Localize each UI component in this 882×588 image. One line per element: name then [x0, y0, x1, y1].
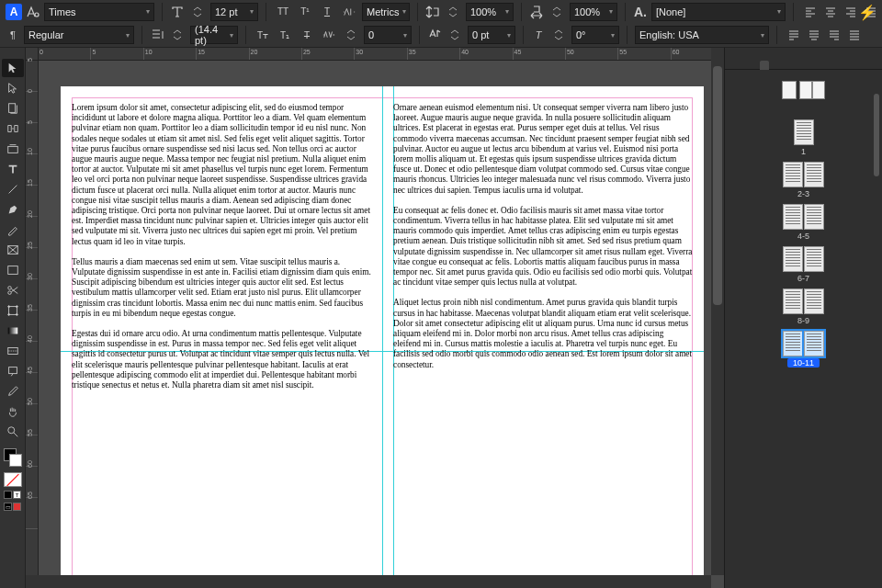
eyedropper-tool[interactable]	[2, 382, 24, 401]
zoom-tool[interactable]	[2, 423, 24, 441]
content-collector-tool[interactable]	[2, 140, 24, 158]
svg-rect-14	[8, 368, 17, 374]
smallcaps-button[interactable]: Tᴛ	[254, 26, 272, 44]
align-right-button[interactable]	[842, 3, 860, 21]
format-container-button[interactable]: ▭	[4, 503, 12, 511]
gradient-swatch-tool[interactable]	[2, 322, 24, 340]
page-spread[interactable]: Lorem ipsum dolor sit amet, consectetur …	[61, 86, 704, 588]
vert-scale-select[interactable]: 100%▾	[466, 3, 514, 21]
type-tool[interactable]	[2, 160, 24, 178]
skew-select[interactable]: 0°▾	[571, 26, 619, 44]
scrollbar-thumb[interactable]	[713, 66, 722, 305]
gradient-feather-tool[interactable]	[2, 342, 24, 360]
body-paragraph: Eu consequat ac felis donec et. Odio fac…	[393, 206, 693, 288]
tracking-select[interactable]: 0▾	[364, 26, 412, 44]
ruler-vertical[interactable]: 505101520253035404550556065	[26, 61, 39, 588]
align-center-button[interactable]	[821, 3, 840, 21]
leading-select[interactable]: (14.4 pt)▾	[190, 26, 238, 44]
spread-thumbnail[interactable]: A8-9	[783, 288, 824, 325]
apply-gradient-button[interactable]: T	[13, 491, 21, 499]
tracking-icon	[320, 26, 338, 44]
page-thumbnail[interactable]: A	[783, 162, 803, 187]
spread-label: 4-5	[797, 232, 809, 241]
hand-tool[interactable]	[2, 402, 24, 421]
panel-scroll-thumb[interactable]	[874, 94, 879, 176]
svg-rect-4	[7, 266, 17, 275]
page-thumbnail[interactable]	[804, 204, 824, 230]
horiz-scale-select[interactable]: 100%▾	[570, 3, 617, 21]
horiz-scale-stepper[interactable]	[548, 3, 566, 21]
page-thumbnail[interactable]	[804, 162, 824, 187]
svg-point-5	[7, 287, 11, 290]
panel-tab[interactable]	[760, 61, 769, 70]
justify-all-button[interactable]	[845, 26, 864, 44]
font-size-stepper[interactable]	[188, 3, 207, 21]
spread-label: 8-9	[797, 316, 809, 325]
tracking-stepper[interactable]	[342, 26, 360, 44]
font-family-select[interactable]: Times▾	[44, 3, 154, 21]
font-size-select[interactable]: 12 pt▾	[210, 3, 258, 21]
page-thumbnail[interactable]: A	[794, 119, 814, 145]
align-left-button[interactable]	[801, 3, 820, 21]
justify-center-button[interactable]	[805, 26, 823, 44]
char-style-select[interactable]: [None]▾	[651, 3, 786, 21]
vert-scale-stepper[interactable]	[444, 3, 462, 21]
scrollbar-horizontal[interactable]	[26, 575, 711, 588]
font-style-select[interactable]: Regular▾	[24, 26, 134, 44]
none-color-swatch[interactable]	[4, 472, 22, 487]
strikethrough-button[interactable]: T	[298, 26, 316, 44]
page-thumbnail[interactable]: A	[783, 204, 803, 230]
subscript-button[interactable]: T₁	[276, 26, 294, 44]
skew-stepper[interactable]	[549, 26, 568, 44]
direct-selection-tool[interactable]	[2, 79, 24, 97]
page-thumbnail[interactable]	[804, 246, 824, 272]
page-thumbnail[interactable]: A	[783, 288, 803, 314]
spread-thumbnail[interactable]: A6-7	[783, 246, 824, 283]
quick-apply-icon[interactable]: ⚡	[858, 4, 876, 21]
note-tool[interactable]	[2, 362, 24, 380]
rectangle-tool[interactable]	[2, 261, 24, 279]
svg-point-6	[7, 291, 11, 295]
text-frame-left[interactable]: Lorem ipsum dolor sit amet, consectetur …	[66, 103, 377, 588]
spread-thumbnail[interactable]: A1	[794, 119, 814, 156]
line-tool[interactable]	[2, 180, 24, 198]
page-tool[interactable]	[2, 99, 24, 118]
para-formatting-mode-icon[interactable]: ¶	[6, 28, 20, 42]
leading-stepper[interactable]	[168, 26, 187, 44]
spread-label: 2-3	[797, 189, 809, 198]
pen-tool[interactable]	[2, 200, 24, 219]
page-thumbnail[interactable]: A	[783, 246, 803, 272]
justify-left-button[interactable]	[785, 26, 803, 44]
scissors-tool[interactable]	[2, 281, 24, 300]
underline-button[interactable]: T	[318, 3, 336, 21]
format-text-button[interactable]	[13, 503, 21, 511]
char-formatting-mode-icon[interactable]: A	[6, 4, 22, 20]
scrollbar-vertical[interactable]	[711, 48, 724, 575]
selection-tool[interactable]	[2, 59, 24, 77]
baseline-select[interactable]: 0 pt▾	[468, 26, 515, 44]
kerning-select[interactable]: Metrics▾	[362, 3, 410, 21]
baseline-stepper[interactable]	[446, 26, 464, 44]
gap-tool[interactable]	[2, 119, 24, 138]
panel-scrollbar[interactable]	[874, 85, 879, 551]
text-frame-right[interactable]: Ornare aenean euismod elementum nisi. Ut…	[388, 103, 698, 588]
master-page-icons[interactable]	[725, 81, 882, 99]
svg-rect-2	[7, 146, 17, 153]
language-select[interactable]: English: USA▾	[635, 26, 769, 44]
allcaps-button[interactable]: TT	[274, 3, 292, 21]
page-thumbnail[interactable]: A	[783, 331, 803, 356]
skew-icon: T	[531, 28, 546, 42]
spread-thumbnail[interactable]: A2-3	[783, 162, 824, 198]
rectangle-frame-tool[interactable]	[2, 241, 24, 259]
free-transform-tool[interactable]	[2, 301, 24, 320]
ruler-horizontal[interactable]: 051015202530354045505560	[39, 48, 724, 61]
spread-thumbnail[interactable]: A4-5	[783, 204, 824, 241]
page-thumbnail[interactable]	[804, 288, 824, 314]
superscript-button[interactable]: T¹	[296, 3, 314, 21]
justify-right-button[interactable]	[825, 26, 843, 44]
fill-stroke-swatch[interactable]	[4, 448, 22, 467]
pencil-tool[interactable]	[2, 220, 24, 239]
page-thumbnail[interactable]	[804, 331, 824, 356]
apply-color-button[interactable]	[4, 491, 12, 499]
spread-thumbnail[interactable]: A10-11	[783, 331, 824, 368]
